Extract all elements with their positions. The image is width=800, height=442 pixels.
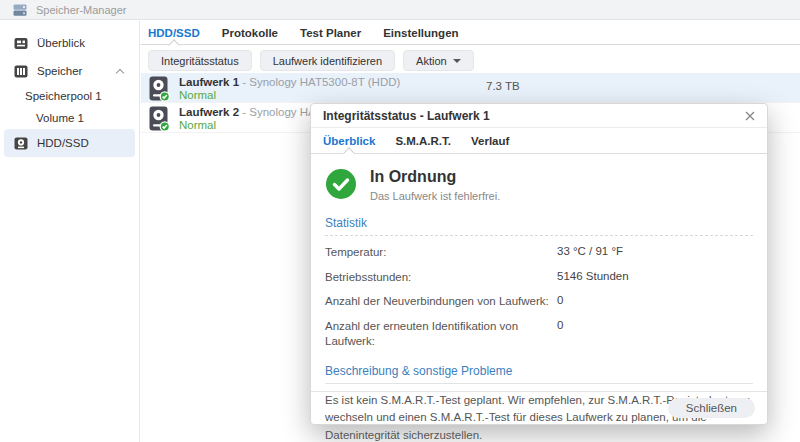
caret-down-icon	[453, 59, 461, 63]
stat-row-reconnections: Anzahl der Neuverbindungen von Laufwerk:…	[325, 294, 753, 310]
stat-row-power-on-hours: Betriebsstunden: 5146 Stunden	[325, 270, 753, 286]
storage-icon	[14, 65, 28, 78]
sidebar-item-label: HDD/SSD	[37, 137, 89, 149]
sidebar-item-overview[interactable]: Überblick	[4, 29, 135, 57]
sidebar-item-label: Speicherpool 1	[25, 90, 102, 102]
storage-manager-window: { "app": { "title": "Speicher-Manager" }…	[0, 0, 800, 442]
toolbar: Integritätsstatus Laufwerk identifiziere…	[141, 45, 800, 73]
dialog-tabbar: Überblick S.M.A.R.T. Verlauf	[311, 128, 767, 154]
hdd-icon	[149, 106, 170, 132]
action-dropdown-button[interactable]: Aktion	[403, 50, 474, 71]
health-subtitle: Das Laufwerk ist fehlerfrei.	[370, 190, 500, 202]
sidebar-item-volume-1[interactable]: Volume 1	[0, 107, 139, 129]
titlebar: Speicher-Manager	[0, 0, 800, 20]
stat-value: 0	[557, 294, 563, 310]
action-dropdown-label: Aktion	[416, 55, 447, 67]
identify-drive-button[interactable]: Laufwerk identifizieren	[260, 50, 395, 71]
dialog-tab-smart[interactable]: S.M.A.R.T.	[395, 128, 451, 153]
drive-row-1[interactable]: Laufwerk 1 - Synology HAT5300-8T (HDD) N…	[141, 73, 800, 103]
drive-size: 7.3 TB	[486, 80, 520, 92]
disk-icon	[14, 137, 28, 150]
storage-manager-app-icon	[12, 2, 28, 18]
close-icon[interactable]	[743, 109, 757, 123]
sidebar-item-label: Volume 1	[36, 112, 84, 124]
stat-value: 0	[557, 319, 563, 350]
stat-label: Anzahl der Neuverbindungen von Laufwerk:	[325, 294, 557, 310]
stat-label: Anzahl der erneuten Identifikation von L…	[325, 319, 557, 350]
sidebar-item-label: Überblick	[37, 37, 85, 49]
statistics-heading: Statistik	[325, 216, 753, 230]
dialog-tab-ueberblick[interactable]: Überblick	[323, 128, 375, 153]
tab-protokolle[interactable]: Protokolle	[222, 21, 278, 44]
chevron-up-icon[interactable]	[116, 69, 124, 77]
health-summary: In Ordnung Das Laufwerk ist fehlerfrei.	[325, 168, 753, 202]
stat-label: Betriebsstunden:	[325, 270, 557, 286]
stat-label: Temperatur:	[325, 245, 557, 261]
drive-name: Laufwerk 1	[179, 76, 239, 88]
sidebar-item-label: Speicher	[37, 65, 82, 77]
stat-row-temperature: Temperatur: 33 °C / 91 °F	[325, 245, 753, 261]
stat-value: 5146 Stunden	[557, 270, 629, 286]
description-heading: Beschreibung & sonstige Probleme	[325, 364, 753, 378]
hdd-icon	[149, 76, 170, 102]
drive-status: Normal	[179, 89, 216, 101]
overview-icon	[14, 37, 28, 50]
sidebar: Überblick Speicher Speicherpool 1 Volume…	[0, 21, 140, 442]
sidebar-item-storage[interactable]: Speicher	[4, 57, 135, 85]
health-status-button[interactable]: Integritätsstatus	[148, 50, 252, 71]
stat-row-reidentifications: Anzahl der erneuten Identifikation von L…	[325, 319, 753, 350]
health-title: In Ordnung	[370, 168, 500, 186]
health-text: In Ordnung Das Laufwerk ist fehlerfrei.	[370, 168, 500, 202]
divider	[325, 383, 753, 384]
drive-name: Laufwerk 2	[179, 106, 239, 118]
drive-title: Laufwerk 1 - Synology HAT5300-8T (HDD)	[179, 76, 400, 88]
check-circle-icon	[325, 168, 357, 200]
dialog-footer: Schließen	[311, 391, 767, 424]
window-title: Speicher-Manager	[36, 4, 127, 16]
tab-hdd-ssd[interactable]: HDD/SSD	[148, 21, 200, 44]
drive-status: Normal	[179, 119, 216, 131]
sidebar-item-storagepool-1[interactable]: Speicherpool 1	[0, 85, 139, 107]
drive-model: - Synology HAT5300-8T (HDD)	[242, 76, 400, 88]
divider	[325, 235, 753, 236]
tab-test-planer[interactable]: Test Planer	[300, 21, 361, 44]
dialog-title: Integritätsstatus - Laufwerk 1	[323, 109, 490, 123]
main-tabbar: HDD/SSD Protokolle Test Planer Einstellu…	[141, 21, 800, 45]
close-button[interactable]: Schließen	[668, 398, 755, 418]
sidebar-item-hdd-ssd[interactable]: HDD/SSD	[4, 129, 135, 157]
dialog-header: Integritätsstatus - Laufwerk 1	[311, 104, 767, 128]
tab-einstellungen[interactable]: Einstellungen	[383, 21, 458, 44]
stat-value: 33 °C / 91 °F	[557, 245, 623, 261]
health-status-dialog: Integritätsstatus - Laufwerk 1 Überblick…	[310, 103, 768, 425]
dialog-tab-verlauf[interactable]: Verlauf	[471, 128, 509, 153]
